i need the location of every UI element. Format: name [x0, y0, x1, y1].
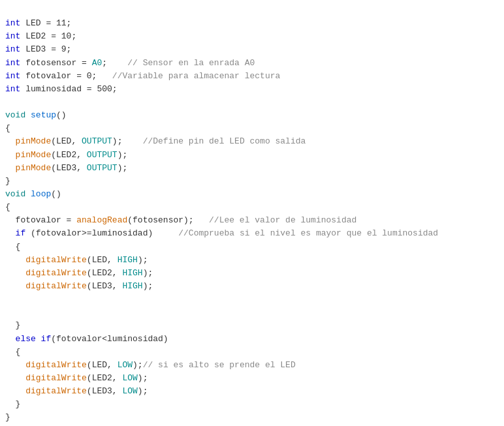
code-line: digitalWrite(LED3, HIGH); [5, 280, 499, 293]
code-line: int LED3 = 9; [5, 43, 499, 56]
code-line: int fotosensor = A0; // Sensor en la enr… [5, 57, 499, 70]
code-line: digitalWrite(LED, LOW);// si es alto se … [5, 359, 499, 372]
code-line: pinMode(LED2, OUTPUT); [5, 149, 499, 162]
code-line: } [5, 398, 499, 411]
code-line: fotovalor = analogRead(fotosensor); //Le… [5, 214, 499, 227]
code-line: else if(fotovalor<luminosidad) [5, 333, 499, 346]
code-editor: int LED = 11;int LED2 = 10;int LED3 = 9;… [5, 4, 499, 425]
code-line [5, 293, 499, 306]
code-line: { [5, 201, 499, 214]
code-line: } [5, 411, 499, 424]
code-line: int luminosidad = 500; [5, 83, 499, 96]
code-line: int LED = 11; [5, 17, 499, 30]
code-line: digitalWrite(LED3, LOW); [5, 385, 499, 398]
code-line: digitalWrite(LED2, HIGH); [5, 267, 499, 280]
code-line: void setup() [5, 109, 499, 122]
code-line [5, 96, 499, 109]
code-line: { [5, 241, 499, 254]
code-line: if (fotovalor>=luminosidad) //Comprueba … [5, 227, 499, 240]
code-line: pinMode(LED, OUTPUT); //Define pin del L… [5, 135, 499, 148]
code-line: void loop() [5, 188, 499, 201]
code-line: digitalWrite(LED2, LOW); [5, 372, 499, 385]
code-line: } [5, 175, 499, 188]
code-line: int fotovalor = 0; //Variable para almac… [5, 70, 499, 83]
code-line: { [5, 122, 499, 135]
code-line: pinMode(LED3, OUTPUT); [5, 162, 499, 175]
code-line: } [5, 319, 499, 332]
code-line [5, 306, 499, 319]
code-line: { [5, 346, 499, 359]
code-line: int LED2 = 10; [5, 30, 499, 43]
code-line: digitalWrite(LED, HIGH); [5, 254, 499, 267]
